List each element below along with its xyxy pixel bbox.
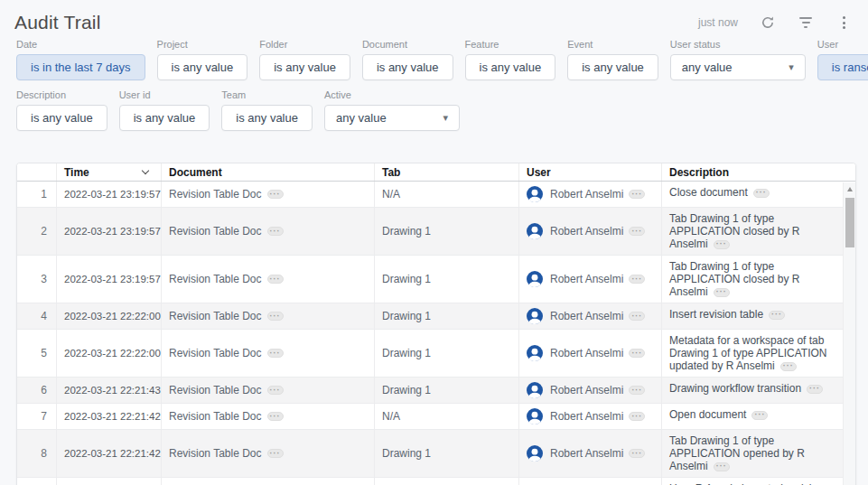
column-header-label: Document: [169, 166, 222, 179]
scroll-up-icon[interactable]: [844, 182, 855, 196]
table-row: 1 2022-03-21 23:19:57 Revision Table Doc…: [17, 182, 855, 208]
more-icon[interactable]: ···: [629, 412, 645, 421]
more-icon[interactable]: ···: [267, 349, 284, 358]
column-header-description[interactable]: Description: [662, 163, 855, 181]
more-icon[interactable]: ···: [753, 189, 770, 198]
filter-label: Date: [16, 39, 145, 50]
filter-icon[interactable]: [798, 14, 814, 31]
column-header-label: User: [527, 166, 551, 179]
row-tab: Drawing 1: [375, 256, 519, 303]
column-header-label: Time: [64, 166, 89, 179]
filter-chip[interactable]: is ranselmi@ptc.com: [817, 54, 868, 80]
more-icon[interactable]: ···: [714, 288, 730, 297]
column-header-document[interactable]: Document: [162, 163, 375, 181]
more-icon[interactable]: ···: [267, 227, 284, 236]
filter-value: is any value: [582, 61, 644, 74]
kebab-menu-icon[interactable]: [835, 14, 852, 31]
filter-bar: Date is in the last 7 days Project is an…: [0, 37, 868, 131]
avatar: [527, 308, 543, 324]
filter-chip[interactable]: is any value: [157, 54, 248, 80]
filter-chip[interactable]: is any value: [16, 105, 107, 131]
column-header-label: Description: [669, 166, 729, 179]
filter-value: any value: [682, 61, 733, 74]
more-icon[interactable]: ···: [267, 386, 284, 395]
table-row: 9 2022-03-21 22:21:40 Revision Table Doc…: [17, 478, 855, 485]
filter-group-description: Description is any value: [16, 89, 107, 131]
filter-value: is any value: [172, 61, 234, 74]
filter-group-event: Event is any value: [567, 39, 658, 80]
table-row: 7 2022-03-21 22:21:42 Revision Table Doc…: [17, 404, 855, 430]
row-document: Revision Table Doc···: [162, 430, 375, 477]
more-icon[interactable]: ···: [780, 362, 797, 371]
more-icon[interactable]: ···: [267, 412, 284, 421]
filter-label: Event: [567, 39, 658, 50]
row-time: 2022-03-21 22:21:42: [57, 430, 162, 477]
avatar: [527, 345, 543, 361]
sort-desc-icon[interactable]: [142, 167, 149, 174]
row-document: Revision Table Doc···: [162, 404, 375, 429]
column-header-index: [17, 163, 57, 181]
row-description: Tab Drawing 1 of type APPLICATION closed…: [662, 256, 855, 303]
filter-group-folder: Folder is any value: [259, 39, 350, 80]
row-tab: Drawing 1: [375, 330, 519, 377]
filter-chip[interactable]: is in the last 7 days: [16, 54, 145, 80]
more-icon[interactable]: ···: [629, 449, 645, 458]
filter-chip[interactable]: is any value: [119, 105, 210, 131]
more-icon[interactable]: ···: [267, 312, 284, 321]
row-index: 6: [17, 378, 57, 403]
row-document: Revision Table Doc···: [162, 256, 375, 303]
more-icon[interactable]: ···: [629, 227, 645, 236]
more-icon[interactable]: ···: [629, 312, 645, 321]
filter-chip[interactable]: is any value: [567, 54, 658, 80]
scrollbar-thumb[interactable]: [845, 198, 854, 247]
more-icon[interactable]: ···: [629, 349, 645, 358]
filter-row-2: Description is any value User id is any …: [16, 89, 868, 131]
more-icon[interactable]: ···: [751, 411, 768, 420]
row-time: 2022-03-21 22:22:00: [57, 303, 162, 329]
column-header-user[interactable]: User: [519, 163, 662, 181]
filter-chip[interactable]: is any value: [221, 105, 313, 131]
chevron-down-icon: ▾: [443, 113, 448, 123]
row-user: Robert Anselmi···: [519, 478, 662, 485]
column-header-time[interactable]: Time: [57, 163, 162, 181]
filter-group-project: Project is any value: [157, 39, 248, 80]
vertical-scrollbar[interactable]: [843, 182, 855, 485]
more-icon[interactable]: ···: [267, 275, 284, 284]
more-icon[interactable]: ···: [714, 240, 730, 249]
filter-label: Project: [157, 39, 248, 50]
filter-group-document: Document is any value: [362, 39, 453, 80]
row-index: 4: [17, 303, 57, 329]
more-icon[interactable]: ···: [629, 275, 645, 284]
column-header-tab[interactable]: Tab: [375, 163, 519, 181]
filter-group-user: User is ranselmi@ptc.com: [817, 39, 868, 80]
filter-group-feature: Feature is any value: [465, 39, 556, 80]
filter-label: User id: [119, 89, 210, 100]
filter-chip[interactable]: any value ▾: [670, 54, 806, 80]
filter-group-team: Team is any value: [221, 89, 313, 131]
more-icon[interactable]: ···: [769, 311, 785, 320]
table-body: 1 2022-03-21 23:19:57 Revision Table Doc…: [17, 182, 855, 485]
page-title: Audit Trail: [14, 12, 101, 33]
filter-value: is any value: [134, 111, 196, 125]
filter-value: is any value: [31, 111, 93, 125]
filter-chip[interactable]: is any value: [465, 54, 556, 80]
more-icon[interactable]: ···: [267, 449, 284, 458]
row-document: Revision Table Doc···: [162, 208, 375, 255]
filter-chip[interactable]: any value ▾: [324, 105, 460, 131]
avatar: [527, 223, 543, 239]
row-user: Robert Anselmi···: [519, 256, 662, 303]
avatar: [527, 408, 543, 424]
row-description: Metadata for a workspace of tab Drawing …: [662, 330, 855, 377]
more-icon[interactable]: ···: [267, 190, 284, 199]
more-icon[interactable]: ···: [807, 385, 823, 394]
more-icon[interactable]: ···: [629, 386, 645, 395]
refresh-icon[interactable]: [760, 14, 776, 31]
row-user: Robert Anselmi···: [519, 303, 662, 329]
filter-chip[interactable]: is any value: [259, 54, 350, 80]
row-tab: N/A: [375, 404, 519, 429]
row-time: 2022-03-21 23:19:57: [57, 256, 162, 303]
more-icon[interactable]: ···: [629, 190, 645, 199]
more-icon[interactable]: ···: [714, 462, 730, 471]
filter-label: User status: [670, 39, 806, 50]
filter-chip[interactable]: is any value: [362, 54, 453, 80]
